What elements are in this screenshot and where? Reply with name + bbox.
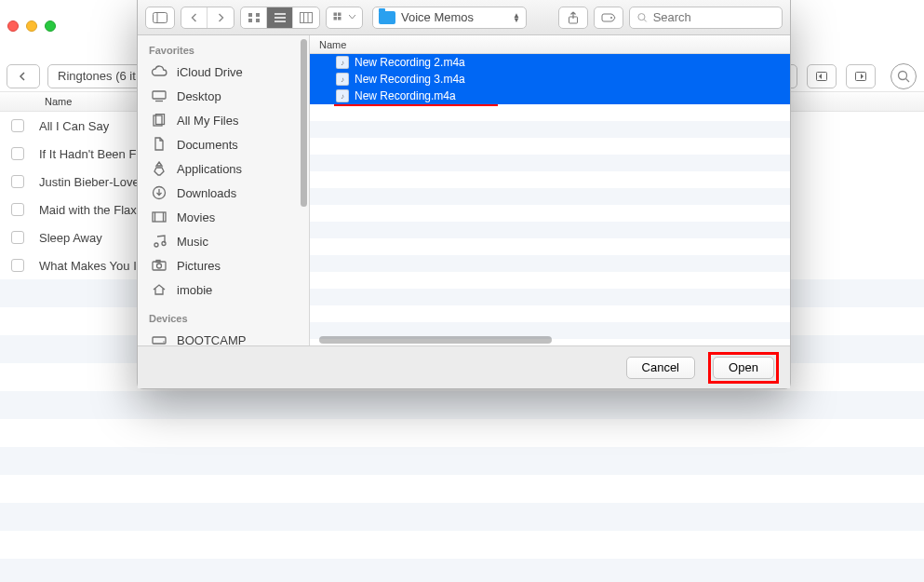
nav-back-button[interactable] <box>181 7 208 28</box>
sidebar-item-label: imobie <box>177 283 212 297</box>
icon-view-button[interactable] <box>241 7 267 28</box>
dialog-footer: Cancel Open <box>138 345 790 388</box>
updown-icon: ▲▼ <box>513 13 520 22</box>
cancel-button[interactable]: Cancel <box>626 357 695 379</box>
column-view-button[interactable] <box>293 7 319 28</box>
svg-point-23 <box>638 13 645 20</box>
music-icon <box>151 233 167 250</box>
sidebar-scrollbar[interactable] <box>301 39 307 207</box>
window-maximize-button[interactable] <box>45 20 56 32</box>
sidebar-item-downloads[interactable]: Downloads <box>138 181 309 205</box>
open-button[interactable]: Open <box>713 357 774 379</box>
svg-rect-7 <box>248 13 252 17</box>
sidebar-item-label: Desktop <box>177 89 221 103</box>
svg-line-4 <box>906 79 910 83</box>
sidebar-item-label: iCloud Drive <box>177 65 243 79</box>
arrange-button[interactable] <box>326 7 363 29</box>
file-pane: Name ♪New Recording 2.m4a♪New Recording … <box>310 35 790 345</box>
sidebar-item-label: Music <box>177 235 208 249</box>
search-button[interactable] <box>891 63 917 89</box>
folder-icon <box>379 11 395 24</box>
sidebar-item-applications[interactable]: Applications <box>138 156 309 181</box>
background-name-column[interactable]: Name <box>39 96 72 107</box>
row-name: Maid with the Flax <box>39 203 137 217</box>
file-row[interactable]: ♪New Recording 3.m4a <box>310 71 790 88</box>
cloud-icon <box>151 63 167 80</box>
row-checkbox[interactable] <box>11 119 24 132</box>
tags-button[interactable] <box>594 7 623 29</box>
tool-button-2[interactable] <box>807 64 837 88</box>
svg-rect-20 <box>338 17 341 20</box>
sidebar-item-icloud-drive[interactable]: iCloud Drive <box>138 60 309 84</box>
svg-point-34 <box>162 242 166 246</box>
file-row[interactable]: ♪New Recording.m4a <box>310 88 790 104</box>
svg-rect-5 <box>154 12 167 22</box>
audio-file-icon: ♪ <box>336 89 349 102</box>
window-close-button[interactable] <box>7 20 19 32</box>
svg-point-36 <box>157 264 162 268</box>
sidebar-item-desktop[interactable]: Desktop <box>138 84 309 108</box>
search-icon <box>637 12 648 23</box>
sidebar-device-bootcamp[interactable]: BOOTCAMP <box>138 328 309 345</box>
nav-segment <box>181 7 234 29</box>
file-name: New Recording.m4a <box>355 89 456 102</box>
search-field[interactable] <box>629 7 783 29</box>
share-button[interactable] <box>558 7 588 29</box>
path-popup[interactable]: Voice Memos ▲▼ <box>372 7 527 29</box>
svg-rect-8 <box>256 13 260 17</box>
svg-rect-19 <box>334 17 338 20</box>
svg-rect-38 <box>153 337 166 344</box>
list-view-button[interactable] <box>267 7 293 28</box>
audio-file-icon: ♪ <box>336 56 349 69</box>
traffic-lights <box>7 20 56 32</box>
file-name-column[interactable]: Name <box>310 35 790 54</box>
path-label: Voice Memos <box>401 10 507 24</box>
svg-rect-17 <box>334 12 338 16</box>
row-name: What Makes You I <box>39 259 137 273</box>
svg-rect-18 <box>338 12 341 16</box>
sidebar-item-pictures[interactable]: Pictures <box>138 253 309 277</box>
view-segment <box>240 7 320 29</box>
sidebar-item-label: All My Files <box>177 114 238 128</box>
svg-rect-10 <box>256 19 260 22</box>
row-name: If It Hadn't Been F <box>39 147 136 161</box>
movies-icon <box>151 209 167 225</box>
row-checkbox[interactable] <box>11 231 24 244</box>
dialog-sidebar: Favorites iCloud DriveDesktopAll My File… <box>138 35 310 345</box>
sidebar-item-documents[interactable]: Documents <box>138 132 309 156</box>
svg-line-24 <box>644 19 647 21</box>
file-name: New Recording 3.m4a <box>355 73 465 86</box>
sidebar-item-imobie[interactable]: imobie <box>138 277 309 302</box>
file-row[interactable]: ♪New Recording 2.m4a <box>310 54 790 71</box>
breadcrumb[interactable]: Ringtones (6 it <box>47 64 146 88</box>
search-input[interactable] <box>653 10 774 24</box>
row-checkbox[interactable] <box>11 203 24 216</box>
sidebar-item-label: Downloads <box>177 186 236 200</box>
apps-icon <box>151 160 167 177</box>
nav-forward-button[interactable] <box>208 7 234 28</box>
sidebar-item-music[interactable]: Music <box>138 229 309 253</box>
row-checkbox[interactable] <box>11 259 24 272</box>
tool-button-3[interactable] <box>846 64 876 88</box>
drive-icon <box>151 332 167 345</box>
desktop-icon <box>151 88 167 104</box>
open-file-dialog: Voice Memos ▲▼ Favorites iCloud DriveDes… <box>137 0 791 389</box>
row-checkbox[interactable] <box>11 147 24 160</box>
download-icon <box>151 184 167 201</box>
row-checkbox[interactable] <box>11 175 24 188</box>
svg-point-39 <box>163 341 164 342</box>
dialog-toolbar: Voice Memos ▲▼ <box>138 0 790 35</box>
sidebar-item-all-my-files[interactable]: All My Files <box>138 108 309 132</box>
svg-point-22 <box>610 17 612 19</box>
sidebar-item-label: Applications <box>177 162 242 176</box>
sidebar-toggle-button[interactable] <box>145 7 175 29</box>
row-name: All I Can Say <box>39 119 109 133</box>
home-icon <box>151 281 167 298</box>
file-pane-scrollbar[interactable] <box>319 336 552 344</box>
row-name: Justin Bieber-Love <box>39 175 140 189</box>
doc-icon <box>151 136 167 153</box>
back-button[interactable] <box>7 64 40 88</box>
svg-rect-9 <box>248 19 252 22</box>
sidebar-item-movies[interactable]: Movies <box>138 205 309 229</box>
window-minimize-button[interactable] <box>26 20 37 32</box>
